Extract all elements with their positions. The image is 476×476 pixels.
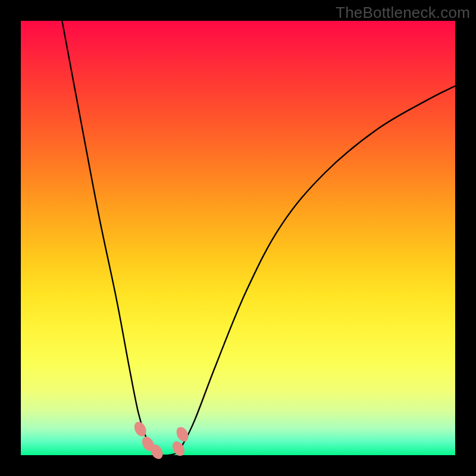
watermark-text: TheBottleneck.com [336, 4, 470, 22]
curve-right-branch [175, 86, 455, 454]
chart-curve-layer [21, 21, 455, 455]
chart-outer-frame: TheBottleneck.com [0, 0, 476, 476]
curve-left-branch [62, 21, 156, 454]
curve-markers [132, 419, 191, 461]
